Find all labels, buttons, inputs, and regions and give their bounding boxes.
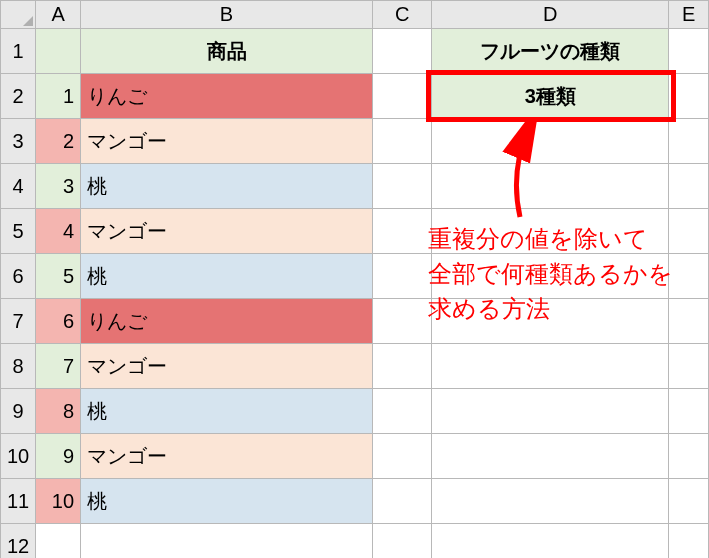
row-header-4[interactable]: 4 <box>1 164 36 209</box>
annotation-line2: 全部で何種類あるかを <box>428 257 673 292</box>
cell-B12[interactable] <box>81 524 373 559</box>
cell-E1[interactable] <box>669 29 709 74</box>
select-all-corner[interactable] <box>1 1 36 29</box>
row-header-12[interactable]: 12 <box>1 524 36 559</box>
cell-C10[interactable] <box>372 434 431 479</box>
cell-E10[interactable] <box>669 434 709 479</box>
row-header-8[interactable]: 8 <box>1 344 36 389</box>
row-header-1[interactable]: 1 <box>1 29 36 74</box>
cell-B6[interactable]: 桃 <box>81 254 373 299</box>
cell-D11[interactable] <box>432 479 669 524</box>
annotation-text: 重複分の値を除いて 全部で何種類あるかを 求める方法 <box>428 222 673 326</box>
col-header-C[interactable]: C <box>372 1 431 29</box>
cell-A5[interactable]: 4 <box>36 209 81 254</box>
cell-D9[interactable] <box>432 389 669 434</box>
row-header-9[interactable]: 9 <box>1 389 36 434</box>
cell-C9[interactable] <box>372 389 431 434</box>
cell-E7[interactable] <box>669 299 709 344</box>
cell-C6[interactable] <box>372 254 431 299</box>
cell-A2[interactable]: 1 <box>36 74 81 119</box>
cell-C12[interactable] <box>372 524 431 559</box>
cell-D4[interactable] <box>432 164 669 209</box>
row-header-10[interactable]: 10 <box>1 434 36 479</box>
col-header-A[interactable]: A <box>36 1 81 29</box>
cell-B11[interactable]: 桃 <box>81 479 373 524</box>
cell-D3[interactable] <box>432 119 669 164</box>
cell-B10[interactable]: マンゴー <box>81 434 373 479</box>
cell-E11[interactable] <box>669 479 709 524</box>
cell-C4[interactable] <box>372 164 431 209</box>
cell-E4[interactable] <box>669 164 709 209</box>
cell-A12[interactable] <box>36 524 81 559</box>
cell-C8[interactable] <box>372 344 431 389</box>
cell-D1[interactable]: フルーツの種類 <box>432 29 669 74</box>
cell-A7[interactable]: 6 <box>36 299 81 344</box>
cell-C2[interactable] <box>372 74 431 119</box>
row-header-6[interactable]: 6 <box>1 254 36 299</box>
cell-B7[interactable]: りんご <box>81 299 373 344</box>
cell-C5[interactable] <box>372 209 431 254</box>
annotation-line3: 求める方法 <box>428 292 673 327</box>
cell-C1[interactable] <box>372 29 431 74</box>
cell-E5[interactable] <box>669 209 709 254</box>
annotation-line1: 重複分の値を除いて <box>428 222 673 257</box>
cell-A8[interactable]: 7 <box>36 344 81 389</box>
cell-D2-result[interactable]: 3種類 <box>432 74 669 119</box>
cell-D12[interactable] <box>432 524 669 559</box>
cell-A1[interactable] <box>36 29 81 74</box>
row-header-5[interactable]: 5 <box>1 209 36 254</box>
cell-B1[interactable]: 商品 <box>81 29 373 74</box>
row-header-3[interactable]: 3 <box>1 119 36 164</box>
col-header-D[interactable]: D <box>432 1 669 29</box>
cell-A11[interactable]: 10 <box>36 479 81 524</box>
cell-E2[interactable] <box>669 74 709 119</box>
col-header-E[interactable]: E <box>669 1 709 29</box>
cell-B2[interactable]: りんご <box>81 74 373 119</box>
cell-A10[interactable]: 9 <box>36 434 81 479</box>
cell-E12[interactable] <box>669 524 709 559</box>
cell-A3[interactable]: 2 <box>36 119 81 164</box>
col-header-B[interactable]: B <box>81 1 373 29</box>
row-header-7[interactable]: 7 <box>1 299 36 344</box>
cell-D10[interactable] <box>432 434 669 479</box>
cell-E6[interactable] <box>669 254 709 299</box>
cell-B5[interactable]: マンゴー <box>81 209 373 254</box>
cell-B8[interactable]: マンゴー <box>81 344 373 389</box>
cell-A4[interactable]: 3 <box>36 164 81 209</box>
cell-C3[interactable] <box>372 119 431 164</box>
cell-E9[interactable] <box>669 389 709 434</box>
row-header-2[interactable]: 2 <box>1 74 36 119</box>
cell-B3[interactable]: マンゴー <box>81 119 373 164</box>
cell-D8[interactable] <box>432 344 669 389</box>
cell-A9[interactable]: 8 <box>36 389 81 434</box>
cell-B9[interactable]: 桃 <box>81 389 373 434</box>
cell-C11[interactable] <box>372 479 431 524</box>
cell-A6[interactable]: 5 <box>36 254 81 299</box>
cell-E3[interactable] <box>669 119 709 164</box>
cell-E8[interactable] <box>669 344 709 389</box>
row-header-11[interactable]: 11 <box>1 479 36 524</box>
cell-C7[interactable] <box>372 299 431 344</box>
cell-B4[interactable]: 桃 <box>81 164 373 209</box>
column-header-row: A B C D E <box>1 1 709 29</box>
